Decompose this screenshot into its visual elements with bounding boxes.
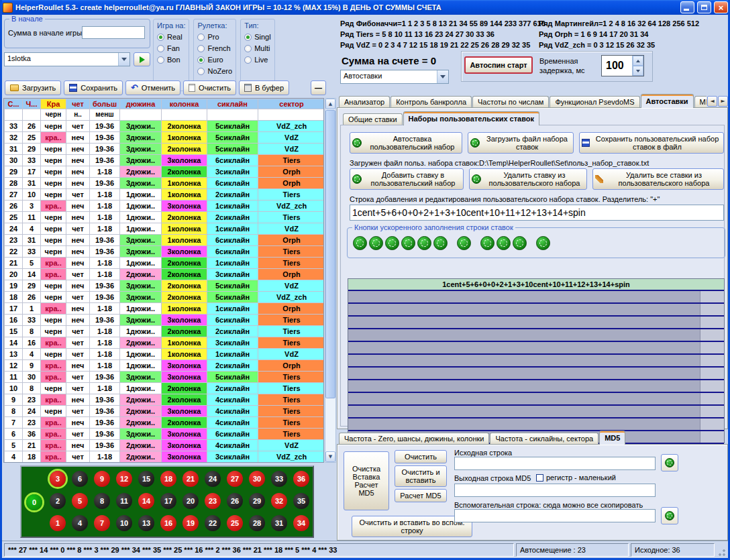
table-header-cell[interactable]: чет (66, 99, 90, 109)
toolbar-button[interactable]: ↶Отменить (125, 80, 180, 95)
delay-spinner[interactable]: 100 (601, 55, 644, 76)
bet-list-row[interactable] (348, 355, 724, 368)
bet-list-row[interactable] (348, 291, 724, 304)
case-checkbox-row[interactable]: регистр - маленький (536, 473, 616, 482)
add-bet-button[interactable]: Добавить ставку в пользовательский набор (350, 168, 464, 190)
roulette-number[interactable]: 29 (249, 493, 265, 509)
roulette-number[interactable]: 30 (249, 471, 265, 487)
roulette-number[interactable]: 2 (50, 493, 66, 509)
bet-list-row[interactable] (348, 368, 724, 380)
roulette-number[interactable]: 31 (271, 515, 287, 531)
md5-calc-button[interactable]: Расчет MD5 (395, 489, 447, 502)
md5-output-input[interactable] (454, 484, 656, 497)
roulette-number[interactable]: 7 (94, 515, 110, 531)
md5-source-input[interactable] (454, 457, 656, 470)
autobet-user-set-button[interactable]: Автоставка пользовательский набор (350, 132, 462, 154)
chip-button[interactable] (457, 236, 471, 250)
roulette-number[interactable]: 18 (160, 471, 176, 487)
save-bet-file-button[interactable]: Сохранить пользовательский набор ставок … (579, 132, 724, 154)
table-header-cell[interactable]: сиклайн (207, 99, 258, 109)
sub-tab-0[interactable]: Общие ставки (343, 113, 403, 125)
roulette-number[interactable]: 25 (227, 515, 243, 531)
delete-bet-button[interactable]: Удалить ставку из пользовательского набо… (469, 168, 587, 190)
spinner-up-icon[interactable] (633, 56, 643, 66)
chip-button[interactable] (417, 236, 431, 250)
toolbar-button[interactable]: Сохранить (64, 80, 123, 95)
radio-option[interactable]: Real (157, 33, 185, 41)
table-scrollbar[interactable]: ▲ ▼ (325, 98, 336, 463)
main-tab-4[interactable]: Автоставки (641, 94, 694, 108)
roulette-number[interactable]: 4 (72, 515, 88, 531)
sub-tab-1[interactable]: Наборы пользовательских ставок (403, 111, 540, 125)
table-header-cell[interactable]: Ч... (23, 99, 41, 109)
chip-button[interactable] (536, 236, 550, 250)
main-tab-0[interactable]: Анализатор (339, 96, 390, 108)
bottom-tab-0[interactable]: Частота - Zero, шансы, дюжины, колонки (339, 433, 489, 445)
toolbar-button[interactable]: В буфер (239, 80, 289, 95)
md5-aux-chip-button[interactable] (661, 507, 678, 524)
resize-grip[interactable] (717, 543, 726, 557)
roulette-number[interactable]: 15 (138, 471, 154, 487)
bet-list-row[interactable] (348, 393, 724, 406)
autobets-combobox[interactable]: Автоставки (340, 70, 449, 84)
bet-string-input[interactable] (350, 205, 724, 221)
radio-option[interactable]: Pro (197, 33, 232, 41)
bottom-tab-1[interactable]: Частота - сиклайны, сектора (490, 433, 598, 445)
radio-option[interactable]: Euro (197, 56, 232, 64)
roulette-number[interactable]: 13 (138, 515, 154, 531)
scrollbar-thumb[interactable] (325, 110, 335, 398)
profile-combobox[interactable]: 1slotka (4, 52, 130, 66)
roulette-number[interactable]: 20 (182, 493, 199, 509)
roulette-number[interactable]: 12 (116, 471, 132, 487)
spinner-down-icon[interactable] (633, 66, 643, 76)
bet-list-row[interactable] (348, 380, 724, 393)
roulette-number[interactable]: 24 (205, 471, 221, 487)
chip-button[interactable] (513, 236, 527, 250)
roulette-number[interactable]: 27 (227, 471, 243, 487)
main-tab-2[interactable]: Частоты по числам (472, 96, 549, 108)
roulette-number[interactable]: 8 (94, 493, 110, 509)
roulette-number[interactable]: 28 (249, 515, 265, 531)
main-tab-5[interactable]: MD5 (694, 96, 707, 108)
roulette-number[interactable]: 33 (271, 471, 287, 487)
radio-option[interactable]: Multi (244, 44, 270, 52)
roulette-number[interactable]: 11 (116, 493, 132, 509)
roulette-number[interactable]: 19 (182, 515, 199, 531)
start-sum-input[interactable] (82, 26, 145, 39)
maximize-button[interactable] (697, 1, 711, 13)
chip-button[interactable] (480, 236, 494, 250)
roulette-number[interactable]: 14 (138, 493, 154, 509)
bet-list-row[interactable] (348, 342, 724, 355)
chip-button[interactable] (401, 236, 415, 250)
table-header-cell[interactable]: С... (5, 99, 23, 109)
roulette-number-zero[interactable]: 0 (26, 494, 42, 510)
roulette-number[interactable]: 16 (160, 515, 176, 531)
bet-list-row[interactable] (348, 406, 724, 418)
chevron-down-icon[interactable] (437, 70, 448, 83)
chip-button[interactable] (369, 236, 383, 250)
collapse-button[interactable]: — (311, 80, 326, 95)
bet-list-row[interactable] (348, 304, 724, 317)
table-header-cell[interactable]: Кра (41, 99, 66, 109)
bet-list-row[interactable] (348, 329, 724, 342)
table-header-cell[interactable]: больш (90, 99, 120, 109)
roulette-number[interactable]: 10 (116, 515, 132, 531)
radio-option[interactable]: Singl (244, 33, 270, 41)
roulette-number[interactable]: 22 (205, 515, 221, 531)
radio-option[interactable]: Bon (157, 56, 185, 64)
table-header-cell[interactable]: сектор (258, 99, 325, 109)
chip-button[interactable] (497, 236, 511, 250)
md5-big-button[interactable]: Очистка Вставка Расчет MD5 (344, 451, 389, 510)
bet-list-row[interactable] (348, 418, 724, 431)
md5-aux-input[interactable] (454, 509, 656, 522)
play-button[interactable] (134, 52, 150, 66)
chip-button[interactable] (353, 236, 367, 250)
roulette-number[interactable]: 21 (182, 471, 199, 487)
chip-button[interactable] (385, 236, 399, 250)
toolbar-button[interactable]: Очистить (183, 80, 236, 95)
close-button[interactable]: × (714, 1, 728, 13)
load-bet-file-button[interactable]: Загрузить файл набора ставок (468, 132, 574, 154)
roulette-number[interactable]: 23 (205, 493, 221, 509)
roulette-number[interactable]: 17 (160, 493, 176, 509)
bottom-tab-2[interactable]: MD5 (599, 431, 625, 445)
